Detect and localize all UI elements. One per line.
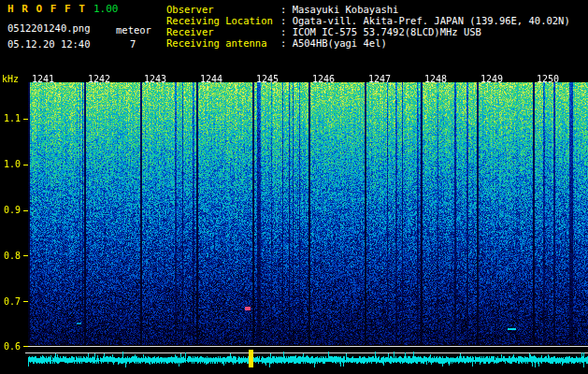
freq-tick-label: 1.1 bbox=[4, 113, 21, 123]
info-value: : ICOM IC-575 53.7492(8LCD)MHz USB bbox=[280, 26, 481, 37]
minute-label: 1241 bbox=[32, 74, 54, 84]
info-value: : A504HB(yagi 4el) bbox=[280, 37, 387, 49]
info-row: Receiving Location : Ogata-vill. Akita-P… bbox=[166, 15, 570, 26]
station-info: Observer : Masayuki Kobayashi Receiving … bbox=[166, 4, 570, 49]
minute-label: 1245 bbox=[256, 74, 279, 84]
info-label: Receiving antenna bbox=[166, 37, 280, 49]
info-label: Observer bbox=[166, 4, 280, 15]
freq-tick-label: 0.6 bbox=[4, 341, 21, 352]
minute-label: 1244 bbox=[200, 74, 222, 84]
info-value: : Masayuki Kobayashi bbox=[280, 4, 398, 15]
app-version: 1.00 bbox=[93, 3, 119, 15]
freq-tick-label: 1.0 bbox=[4, 159, 21, 169]
minute-label: 1246 bbox=[312, 74, 335, 84]
info-label: Receiver bbox=[166, 26, 280, 37]
info-value: : Ogata-vill. Akita-Pref. JAPAN (139.96E… bbox=[280, 15, 570, 26]
minute-label: 1248 bbox=[424, 74, 447, 84]
meteor-count: 7 bbox=[130, 38, 136, 50]
info-row: Receiver : ICOM IC-575 53.7492(8LCD)MHz … bbox=[166, 26, 570, 37]
minute-label: 1250 bbox=[537, 74, 559, 84]
minute-label: 1249 bbox=[480, 74, 503, 84]
minute-label: 1242 bbox=[88, 74, 110, 84]
mode-label: meteor bbox=[116, 24, 151, 36]
spectrogram-canvas bbox=[0, 73, 588, 374]
header: H R O F F T 1.00 0512201240.png meteor 0… bbox=[0, 0, 588, 73]
info-row: Observer : Masayuki Kobayashi bbox=[166, 4, 570, 15]
minute-label: 1247 bbox=[368, 74, 391, 84]
app-title: H R O F F T bbox=[7, 3, 86, 15]
datetime: 05.12.20 12:40 bbox=[7, 38, 91, 50]
freq-tick-label: 0.8 bbox=[4, 251, 21, 261]
freq-axis-unit: kHz bbox=[2, 74, 19, 84]
freq-tick-label: 0.9 bbox=[4, 205, 21, 215]
info-label: Receiving Location bbox=[166, 15, 280, 26]
hrofft-window: H R O F F T 1.00 0512201240.png meteor 0… bbox=[0, 0, 588, 374]
freq-tick-label: 0.7 bbox=[4, 296, 21, 307]
filename: 0512201240.png bbox=[7, 22, 91, 34]
minute-label: 1243 bbox=[144, 74, 166, 84]
info-row: Receiving antenna : A504HB(yagi 4el) bbox=[166, 37, 570, 49]
